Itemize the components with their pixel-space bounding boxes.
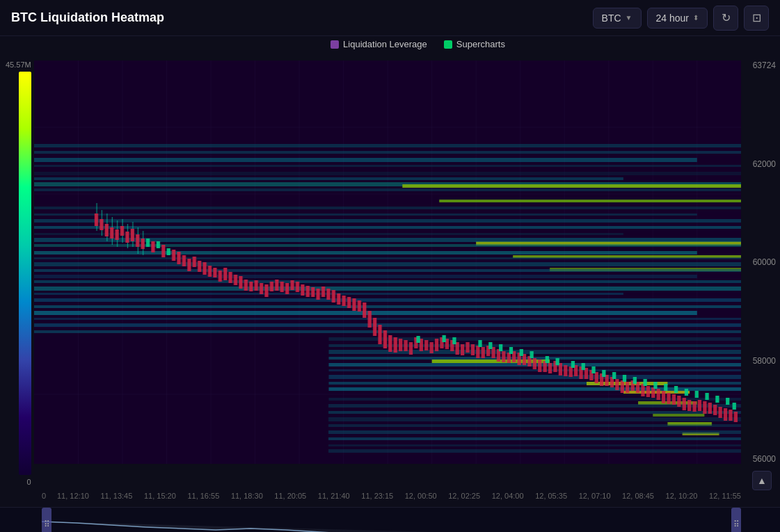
svg-rect-226 [571,361,574,368]
chart-area: 45.57M 0 [0,55,780,486]
svg-rect-118 [239,276,242,289]
svg-rect-234 [653,382,657,389]
time-label-1: 11, 13:45 [100,492,132,500]
svg-rect-200 [662,391,665,403]
svg-rect-30 [439,200,741,202]
svg-rect-23 [34,158,697,162]
svg-rect-220 [499,344,502,351]
svg-rect-233 [643,379,646,386]
svg-rect-229 [602,370,605,377]
svg-rect-227 [581,363,584,370]
svg-rect-114 [218,271,221,282]
svg-rect-208 [703,401,706,414]
refresh-icon: ↻ [722,11,731,24]
svg-rect-161 [461,344,464,355]
svg-rect-175 [532,358,536,369]
minimap-handle-left[interactable]: ⠿ [42,508,51,532]
svg-rect-148 [393,337,397,353]
page-title: BTC Liquidation Heatmap [11,10,593,25]
svg-rect-131 [305,286,309,297]
heatmap-svg: coinglass [34,61,741,464]
svg-rect-105 [172,250,175,261]
svg-rect-197 [646,386,649,397]
svg-rect-240 [715,396,719,403]
timeframe-dropdown[interactable]: 24 hour ⬍ [647,8,708,29]
svg-rect-199 [656,389,660,400]
svg-rect-214 [733,412,737,422]
legend: Liquidation Leverage Supercharts [0,36,780,55]
svg-rect-238 [694,391,698,398]
svg-rect-113 [213,268,216,277]
svg-rect-201 [667,393,670,404]
minimap-inner: ⠿ ⠿ [42,508,741,532]
scroll-up-button[interactable]: ▲ [752,471,772,490]
refresh-button[interactable]: ↻ [713,6,738,31]
svg-rect-100 [146,239,150,247]
svg-rect-25 [34,172,741,175]
svg-rect-215 [416,336,420,343]
svg-rect-22 [34,151,741,154]
svg-rect-223 [530,351,533,358]
timeframe-dropdown-arrow: ⬍ [693,14,699,22]
svg-rect-26 [34,177,623,180]
svg-rect-35 [34,213,697,216]
price-label-62000: 62000 [745,159,776,169]
btc-dropdown[interactable]: BTC ▼ [593,8,642,29]
svg-rect-141 [357,300,360,312]
svg-rect-143 [367,311,371,328]
btc-label: BTC [602,13,621,24]
svg-rect-50 [34,305,741,308]
camera-icon: ⊡ [752,11,761,24]
svg-rect-237 [684,389,687,396]
svg-rect-124 [269,282,273,291]
controls: BTC ▼ 24 hour ⬍ ↻ ⊡ [593,6,769,31]
time-label-13: 12, 08:45 [622,492,654,500]
legend-color-liquidation [331,40,339,49]
svg-rect-78 [328,444,741,446]
svg-rect-109 [192,257,196,267]
svg-rect-63 [328,387,741,391]
svg-rect-144 [373,318,376,336]
svg-rect-53 [34,323,741,327]
price-axis: 63724 62000 60000 58000 56000 [741,61,780,464]
minimap-handle-right[interactable]: ⠿ [731,508,741,532]
price-label-60000: 60000 [745,257,776,267]
svg-rect-129 [296,282,299,292]
price-label-56000: 56000 [745,454,776,464]
legend-label-supercharts: Supercharts [456,39,505,49]
svg-rect-122 [260,283,263,294]
price-label-63724: 63724 [745,61,776,70]
svg-rect-210 [713,405,717,415]
svg-rect-103 [151,241,154,252]
svg-rect-111 [202,262,206,275]
svg-rect-112 [208,266,212,277]
svg-rect-193 [626,382,629,393]
svg-rect-219 [488,342,492,349]
main-chart[interactable]: coinglass [34,61,741,464]
svg-rect-133 [316,289,319,300]
svg-rect-163 [470,344,474,355]
legend-label-liquidation: Liquidation Leverage [343,39,427,49]
svg-rect-145 [378,325,381,344]
camera-button[interactable]: ⊡ [744,6,769,31]
time-label-2: 11, 15:20 [144,492,176,500]
svg-rect-245 [42,508,741,532]
svg-rect-187 [594,372,598,383]
timeframe-label: 24 hour [656,13,689,24]
svg-rect-97 [130,229,134,241]
svg-rect-75 [328,424,741,427]
svg-rect-212 [724,408,727,421]
svg-rect-90 [95,213,98,226]
header: BTC Liquidation Heatmap BTC ▼ 24 hour ⬍ … [0,0,780,36]
time-label-6: 11, 21:40 [318,492,350,500]
svg-rect-79 [328,449,741,453]
svg-rect-132 [311,287,315,297]
time-label-8: 12, 00:50 [405,492,437,500]
minimap[interactable]: ⠿ ⠿ [0,507,780,532]
svg-rect-101 [156,241,159,248]
svg-rect-52 [34,318,741,320]
svg-rect-235 [664,384,667,391]
svg-rect-198 [651,387,655,398]
time-label-10: 12, 04:00 [492,492,524,500]
svg-rect-29 [402,184,741,188]
